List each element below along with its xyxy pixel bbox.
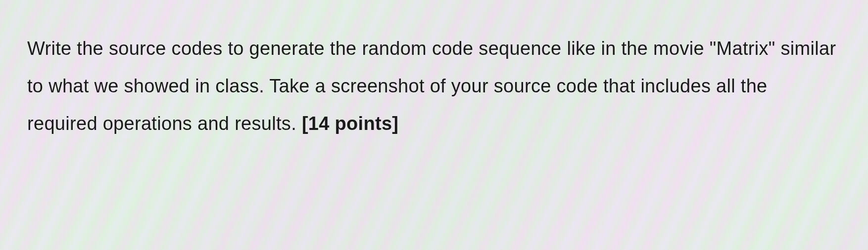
question-paragraph: Write the source codes to generate the r… [27,30,841,142]
question-container: Write the source codes to generate the r… [27,30,841,142]
question-text-main: Write the source codes to generate the r… [27,38,836,134]
question-points: [14 points] [302,113,398,134]
